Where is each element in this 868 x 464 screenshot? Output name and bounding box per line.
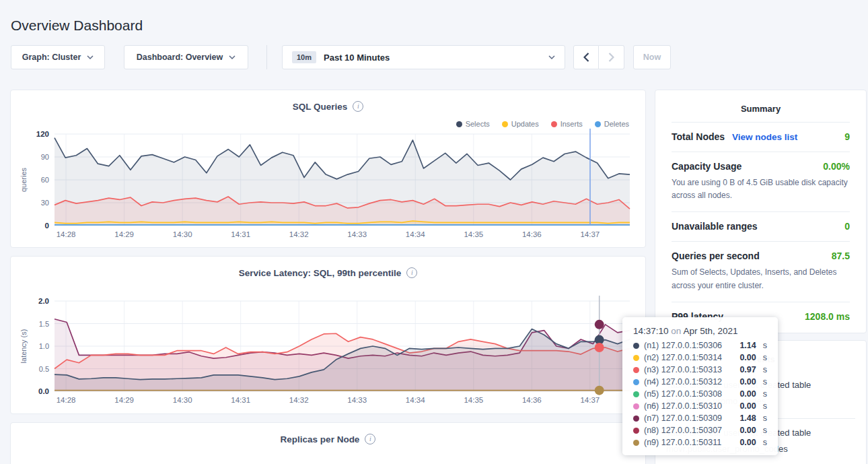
svg-text:1.0: 1.0 (39, 342, 49, 350)
tooltip-node-value: 0.00 (739, 377, 756, 387)
tooltip-node-value: 0.00 (739, 401, 756, 411)
svg-text:14:31: 14:31 (231, 230, 250, 238)
svg-text:14:30: 14:30 (173, 230, 192, 238)
svg-text:14:31: 14:31 (231, 396, 250, 404)
svg-text:14:34: 14:34 (406, 230, 425, 238)
chart-hover-tooltip: 14:37:10 on Apr 5th, 2021 (n1) 127.0.0.1… (622, 317, 778, 455)
tooltip-node-unit: s (763, 426, 767, 435)
tooltip-row: (n5) 127.0.0.1:503080.00s (633, 388, 767, 400)
qps-value: 87.5 (832, 251, 850, 261)
svg-text:14:29: 14:29 (114, 396, 134, 404)
tooltip-node-value: 0.97 (739, 365, 756, 374)
svg-text:14:32: 14:32 (289, 396, 309, 404)
svg-text:0.5: 0.5 (39, 365, 49, 373)
tooltip-on-word: on (671, 326, 683, 336)
tooltip-rows: (n1) 127.0.0.1:503061.14s(n2) 127.0.0.1:… (633, 339, 767, 449)
tooltip-node-unit: s (763, 438, 767, 447)
tooltip-node-address: (n7) 127.0.0.1:50309 (644, 413, 735, 423)
tooltip-row: (n6) 127.0.0.1:503100.00s (633, 400, 767, 412)
chevron-down-icon (229, 55, 236, 59)
capacity-usage-desc: You are using 0 B of 4.5 GiB usable disk… (672, 176, 850, 202)
tooltip-node-unit: s (763, 377, 767, 387)
node-series-dot-icon (633, 367, 639, 373)
service-latency-chart[interactable]: 14:2814:2914:3014:3114:3214:3314:3414:35… (11, 257, 645, 413)
chevron-right-icon (608, 53, 614, 62)
tooltip-node-address: (n1) 127.0.0.1:50306 (644, 341, 735, 350)
capacity-usage-value: 0.00% (823, 161, 850, 172)
svg-text:14:30: 14:30 (173, 396, 192, 404)
tooltip-date: Apr 5th, 2021 (683, 326, 737, 336)
tooltip-node-value: 0.00 (739, 438, 756, 447)
summary-row-total-nodes: Total Nodes View nodes list 9 (672, 122, 850, 152)
dashboard-dropdown-label: Dashboard: Overview (137, 53, 223, 62)
dashboard-dropdown[interactable]: Dashboard: Overview (124, 45, 248, 69)
tooltip-node-value: 0.00 (739, 389, 756, 399)
chevron-down-icon (87, 55, 94, 59)
time-window-arrows (573, 45, 624, 69)
svg-text:30: 30 (41, 199, 49, 207)
time-forward-button[interactable] (599, 45, 624, 69)
tooltip-node-value: 1.48 (739, 413, 756, 423)
tooltip-row: (n4) 127.0.0.1:503120.00s (633, 376, 767, 388)
view-nodes-list-link[interactable]: View nodes list (732, 132, 797, 142)
total-nodes-value: 9 (844, 131, 850, 142)
tooltip-node-unit: s (763, 401, 767, 411)
graph-dropdown[interactable]: Graph: Cluster (11, 45, 105, 69)
svg-text:1.5: 1.5 (39, 320, 49, 328)
svg-text:0.0: 0.0 (38, 387, 49, 395)
tooltip-node-address: (n3) 127.0.0.1:50313 (644, 365, 735, 374)
chevron-down-icon (548, 55, 555, 59)
svg-text:14:33: 14:33 (347, 396, 367, 404)
summary-panel: Summary Total Nodes View nodes list 9 Ca… (655, 90, 867, 333)
page-title: Overview Dashboard (11, 18, 143, 34)
now-button[interactable]: Now (633, 45, 671, 69)
time-back-button[interactable] (573, 45, 599, 69)
svg-text:14:37: 14:37 (580, 230, 600, 238)
sql-queries-chart[interactable]: 14:2814:2914:3014:3114:3214:3314:3414:35… (11, 90, 645, 247)
tooltip-node-value: 0.00 (739, 353, 756, 362)
node-series-dot-icon (633, 440, 639, 446)
svg-text:14:36: 14:36 (522, 396, 542, 404)
unavailable-ranges-label: Unavailable ranges (672, 221, 758, 232)
time-range-badge: 10m (292, 51, 316, 63)
svg-text:14:33: 14:33 (347, 230, 367, 238)
replicas-per-node-title: Replicas per Node i (11, 434, 645, 444)
tooltip-row: (n8) 127.0.0.1:503070.00s (633, 424, 767, 436)
chevron-left-icon (583, 53, 589, 62)
node-series-dot-icon (633, 379, 639, 385)
replicas-per-node-card: Replicas per Node i (10, 422, 646, 464)
graph-dropdown-label: Graph: Cluster (22, 53, 81, 62)
node-series-dot-icon (633, 355, 639, 361)
svg-text:14:28: 14:28 (57, 230, 76, 238)
time-range-label: Past 10 Minutes (324, 53, 390, 63)
sql-queries-card: SQL Queries i SelectsUpdatesInsertsDelet… (10, 90, 646, 248)
tooltip-row: (n9) 127.0.0.1:503110.00s (633, 436, 767, 449)
tooltip-node-address: (n6) 127.0.0.1:50310 (644, 401, 735, 411)
total-nodes-label: Total Nodes (672, 131, 725, 142)
time-range-selector[interactable]: 10m Past 10 Minutes (282, 45, 565, 69)
replicas-per-node-title-text: Replicas per Node (281, 434, 360, 444)
tooltip-node-unit: s (763, 389, 767, 399)
info-icon[interactable]: i (365, 434, 375, 444)
tooltip-time: 14:37:10 (633, 326, 669, 336)
tooltip-row: (n7) 127.0.0.1:503091.48s (633, 412, 767, 424)
svg-text:14:32: 14:32 (289, 230, 309, 238)
svg-text:14:37: 14:37 (580, 396, 600, 404)
tooltip-node-value: 0.00 (739, 426, 756, 435)
svg-text:14:28: 14:28 (57, 396, 76, 404)
service-latency-card: Service Latency: SQL, 99th percentile i … (10, 256, 646, 414)
summary-row-capacity: Capacity Usage 0.00% You are using 0 B o… (672, 152, 850, 211)
tooltip-node-unit: s (763, 365, 767, 374)
svg-text:120: 120 (36, 130, 49, 138)
svg-text:14:35: 14:35 (464, 396, 483, 404)
node-series-dot-icon (633, 428, 639, 434)
node-series-dot-icon (633, 416, 639, 422)
capacity-usage-label: Capacity Usage (672, 161, 742, 172)
svg-text:2.0: 2.0 (38, 297, 49, 305)
tooltip-node-address: (n9) 127.0.0.1:50311 (644, 438, 735, 447)
tooltip-node-unit: s (763, 413, 767, 423)
tooltip-node-unit: s (763, 353, 767, 362)
tooltip-node-address: (n2) 127.0.0.1:50314 (644, 353, 735, 362)
svg-text:latency (s): latency (s) (20, 329, 28, 364)
svg-text:14:36: 14:36 (522, 230, 542, 238)
